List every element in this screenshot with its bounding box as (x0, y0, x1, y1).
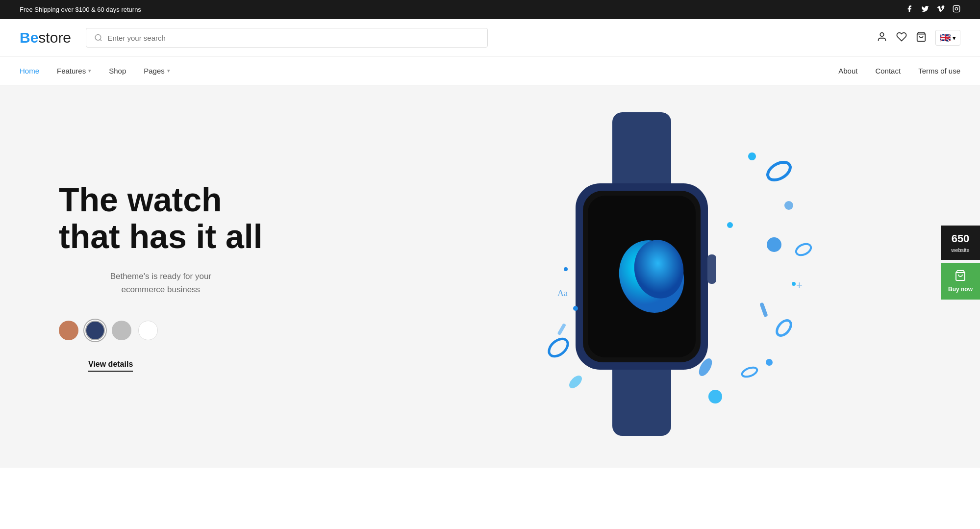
svg-point-17 (546, 335, 571, 360)
swatch-white[interactable] (138, 321, 158, 340)
svg-line-4 (100, 39, 101, 41)
svg-point-30 (741, 366, 759, 378)
logo[interactable]: Be store (20, 29, 71, 46)
svg-rect-10 (707, 254, 716, 284)
hero-subtitle: Betheme's is ready for yourecommerce bus… (59, 270, 263, 296)
widget-label: website (951, 247, 969, 253)
svg-point-23 (766, 359, 773, 366)
view-details-link[interactable]: View details (88, 360, 133, 372)
nav-contact[interactable]: Contact (875, 57, 901, 85)
swatch-navy[interactable] (85, 321, 105, 340)
svg-point-3 (95, 34, 101, 40)
side-widget-bottom[interactable]: Buy now (941, 263, 980, 300)
svg-point-19 (774, 318, 794, 338)
svg-point-2 (958, 7, 958, 7)
widget-number: 650 (952, 232, 970, 245)
hero-title: The watch that has it all (59, 181, 263, 255)
social-links (905, 5, 960, 14)
svg-text:Aa: Aa (557, 288, 568, 298)
svg-point-21 (727, 222, 733, 228)
vimeo-icon[interactable] (937, 5, 945, 14)
logo-be: Be (20, 29, 38, 46)
svg-point-26 (795, 242, 813, 257)
header: Be store 🇬🇧 ▾ (0, 19, 980, 57)
swatch-rose[interactable] (59, 321, 78, 340)
user-icon[interactable] (877, 31, 887, 45)
svg-point-25 (564, 267, 568, 271)
features-arrow: ▾ (88, 68, 91, 74)
search-icon (94, 33, 102, 42)
hero-section: The watch that has it all Betheme's is r… (0, 85, 980, 468)
svg-point-24 (792, 282, 796, 286)
instagram-icon[interactable] (953, 5, 960, 14)
svg-point-22 (573, 306, 578, 311)
color-swatches (59, 321, 263, 340)
svg-point-32 (784, 201, 793, 210)
header-actions: 🇬🇧 ▾ (877, 30, 960, 46)
nav-left: Home Features ▾ Shop Pages ▾ (20, 57, 838, 85)
nav-home[interactable]: Home (20, 57, 39, 85)
widget-buy-label: Buy now (948, 286, 973, 293)
facebook-icon[interactable] (905, 5, 913, 14)
svg-point-15 (765, 159, 793, 184)
language-selector[interactable]: 🇬🇧 ▾ (935, 30, 960, 46)
svg-point-20 (708, 390, 722, 403)
nav-features[interactable]: Features ▾ (57, 57, 91, 85)
nav-right: About Contact Terms of use (838, 57, 960, 85)
watch-illustration: Aa + (490, 93, 833, 460)
svg-text:+: + (796, 279, 803, 291)
top-bar: Free Shipping over $100 & 60 days return… (0, 0, 980, 19)
swatch-gray[interactable] (112, 321, 131, 340)
svg-point-31 (567, 373, 584, 390)
nav-about[interactable]: About (838, 57, 857, 85)
side-widget-top[interactable]: 650 website (941, 226, 980, 260)
search-bar[interactable] (86, 28, 488, 48)
logo-store: store (38, 29, 71, 46)
hero-visual: Aa + (343, 85, 980, 468)
wishlist-icon[interactable] (896, 31, 907, 45)
svg-point-16 (748, 152, 756, 160)
nav-terms[interactable]: Terms of use (918, 57, 960, 85)
nav-shop[interactable]: Shop (109, 57, 126, 85)
flag-icon: 🇬🇧 (940, 32, 951, 43)
lang-label: ▾ (953, 34, 956, 42)
svg-point-18 (767, 237, 781, 252)
announcement-text: Free Shipping over $100 & 60 days return… (20, 6, 141, 13)
svg-rect-34 (557, 323, 567, 335)
cart-widget-icon (955, 270, 966, 284)
cart-icon[interactable] (916, 31, 927, 45)
pages-arrow: ▾ (167, 68, 170, 74)
nav-pages[interactable]: Pages ▾ (144, 57, 170, 85)
hero-content: The watch that has it all Betheme's is r… (0, 152, 302, 401)
search-input[interactable] (107, 34, 479, 42)
twitter-icon[interactable] (921, 5, 929, 14)
svg-rect-7 (612, 112, 671, 196)
svg-rect-0 (953, 5, 959, 12)
svg-rect-33 (759, 302, 768, 317)
svg-point-1 (955, 7, 957, 10)
svg-point-5 (880, 32, 883, 36)
main-nav: Home Features ▾ Shop Pages ▾ About Conta… (0, 57, 980, 85)
